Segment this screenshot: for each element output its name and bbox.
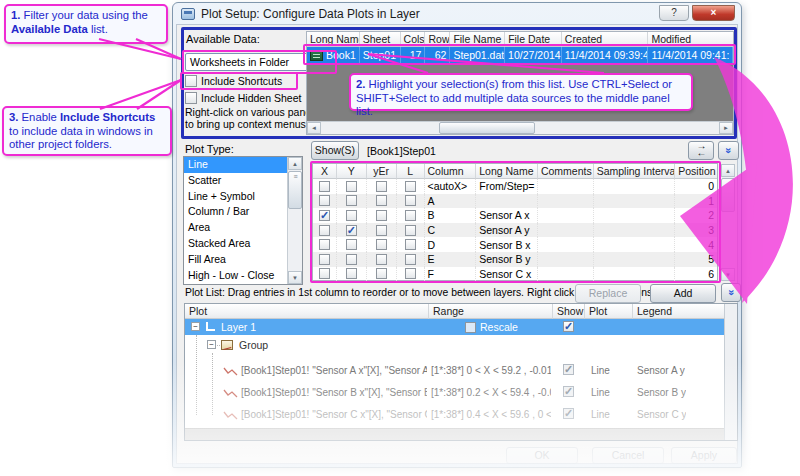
plot-type-item-scatter[interactable]: Scatter — [184, 173, 287, 189]
column-assignment-table[interactable]: X Y yEr L Column Long Name Comments Samp… — [312, 163, 718, 281]
y-checkbox[interactable] — [346, 225, 357, 236]
yer-checkbox[interactable] — [376, 254, 387, 265]
mid-row-e[interactable]: E Sensor B y 5 — [313, 252, 717, 267]
x-checkbox[interactable] — [319, 195, 330, 206]
col-header-cols[interactable]: Cols — [401, 32, 426, 47]
apply-button[interactable]: Apply — [671, 447, 737, 464]
scroll-thumb[interactable] — [439, 122, 535, 134]
yer-checkbox[interactable] — [376, 239, 387, 250]
middle-header-row[interactable]: X Y yEr L Column Long Name Comments Samp… — [313, 164, 717, 179]
include-shortcuts-row[interactable]: Include Shortcuts — [185, 75, 282, 87]
col-header-rows[interactable]: Rows — [425, 32, 450, 47]
y-checkbox[interactable] — [346, 210, 357, 221]
scroll-up-icon[interactable]: ▲ — [721, 164, 735, 177]
x-checkbox[interactable] — [319, 210, 330, 221]
plot-type-vscrollbar[interactable]: ▲ ≡ ▼ — [287, 157, 302, 284]
mid-row-c[interactable]: C Sensor A y 3 — [313, 223, 717, 238]
l-checkbox[interactable] — [405, 254, 416, 265]
col-header-comments[interactable]: Comments — [538, 164, 594, 179]
plot-show-checkbox[interactable] — [563, 364, 574, 375]
col-header-position[interactable]: Position — [675, 164, 717, 179]
rescale-control[interactable]: Rescale — [465, 321, 518, 333]
scroll-down-icon[interactable]: ▼ — [721, 268, 735, 281]
plot-row-sensor-b[interactable]: [Book1]Step01! "Sensor B x"[X], "Sensor … — [185, 382, 725, 404]
l-checkbox[interactable] — [405, 210, 416, 221]
col-header-show[interactable]: Show — [553, 304, 585, 319]
group-row[interactable]: − Group — [185, 337, 725, 353]
plot-show-checkbox[interactable] — [563, 386, 574, 397]
plot-type-item-line[interactable]: Line — [184, 157, 287, 173]
mid-row-a[interactable]: A 1 — [313, 194, 717, 209]
collapse-icon[interactable]: − — [191, 322, 200, 331]
col-header-legend[interactable]: Legend — [633, 304, 725, 319]
plot-row-sensor-c[interactable]: [Book1]Step01! "Sensor C x"[X], "Sensor … — [185, 404, 725, 426]
show-button[interactable]: Show(S) — [311, 141, 359, 160]
replace-button[interactable]: Replace — [575, 284, 641, 303]
x-checkbox[interactable] — [319, 239, 330, 250]
scroll-up-icon[interactable]: ▲ — [288, 157, 302, 170]
include-shortcuts-checkbox[interactable] — [185, 75, 197, 87]
layer-show-checkbox[interactable] — [563, 321, 574, 332]
book1-data-row[interactable]: Book1 Step01 17 62 Step01.dat 10/27/2014… — [307, 47, 733, 64]
x-checkbox[interactable] — [319, 268, 330, 279]
help-button[interactable]: ? — [659, 5, 689, 21]
yer-checkbox[interactable] — [376, 268, 387, 279]
plot-type-item-column-bar[interactable]: Column / Bar — [184, 204, 287, 220]
plot-type-item-high-low-close[interactable]: High - Low - Close — [184, 268, 287, 284]
scroll-thumb[interactable] — [721, 178, 735, 212]
mid-row-f[interactable]: F Sensor C x 6 — [313, 267, 717, 282]
plot-list-panel[interactable]: Plot Range Show Plot Type Legend − Layer… — [184, 303, 738, 441]
plot-list-hscrollbar[interactable] — [185, 428, 724, 440]
collapse-middle-button[interactable]: » — [718, 141, 739, 160]
col-header-plot-type[interactable]: Plot Type — [585, 304, 633, 319]
y-checkbox[interactable] — [346, 268, 357, 279]
col-header-column[interactable]: Column — [425, 164, 477, 179]
scroll-down-icon[interactable]: ▼ — [288, 271, 302, 284]
col-header-sheet[interactable]: Sheet — [360, 32, 401, 47]
l-checkbox[interactable] — [405, 268, 416, 279]
plot-type-item-stacked-area[interactable]: Stacked Area — [184, 236, 287, 252]
col-header-x[interactable]: X — [313, 164, 337, 179]
scroll-right-icon[interactable]: ► — [719, 122, 733, 134]
plot-type-item-line-symbol[interactable]: Line + Symbol — [184, 189, 287, 205]
x-checkbox[interactable] — [319, 225, 330, 236]
plot-type-item-area[interactable]: Area — [184, 220, 287, 236]
yer-checkbox[interactable] — [376, 195, 387, 206]
y-checkbox[interactable] — [346, 254, 357, 265]
plot-type-item-fill-area[interactable]: Fill Area — [184, 252, 287, 268]
include-hidden-row[interactable]: Include Hidden Sheet — [185, 92, 301, 104]
include-hidden-checkbox[interactable] — [185, 92, 197, 104]
l-checkbox[interactable] — [405, 225, 416, 236]
col-header-l[interactable]: L — [397, 164, 425, 179]
col-header-file-name[interactable]: File Name — [450, 32, 505, 47]
col-header-created[interactable]: Created — [562, 32, 649, 47]
scroll-thumb[interactable]: ≡ — [288, 171, 302, 209]
col-header-long-name[interactable]: Long Name — [476, 164, 538, 179]
x-checkbox[interactable] — [319, 254, 330, 265]
col-header-file-date[interactable]: File Date — [505, 32, 562, 47]
plot-row-sensor-a[interactable]: [Book1]Step01! "Sensor A x"[X], "Sensor … — [185, 360, 725, 382]
collapse-bottom-button[interactable]: » — [721, 283, 741, 302]
ok-button[interactable]: OK — [506, 447, 578, 464]
l-checkbox[interactable] — [405, 181, 416, 192]
col-header-sampling-interval[interactable]: Sampling Interval — [594, 164, 676, 179]
mid-row-d[interactable]: D Sensor B x 4 — [313, 237, 717, 252]
col-header-plot[interactable]: Plot — [185, 304, 429, 319]
middle-table-vscrollbar[interactable]: ▲ ▼ — [720, 164, 735, 281]
col-header-y[interactable]: Y — [337, 164, 367, 179]
l-checkbox[interactable] — [405, 195, 416, 206]
y-checkbox[interactable] — [346, 239, 357, 250]
title-bar[interactable]: Plot Setup: Configure Data Plots in Laye… — [173, 3, 741, 25]
add-button[interactable]: Add — [650, 284, 716, 303]
layer1-row[interactable]: − Layer 1 Rescale — [185, 319, 725, 335]
rescale-checkbox[interactable] — [465, 322, 476, 333]
mid-row-b[interactable]: B Sensor A x 2 — [313, 208, 717, 223]
top-table-hscrollbar[interactable]: ◄ ► — [307, 121, 733, 134]
cancel-button[interactable]: Cancel — [592, 447, 664, 464]
l-checkbox[interactable] — [405, 239, 416, 250]
available-data-header-row[interactable]: Long Name Sheet Cols Rows File Name File… — [307, 32, 733, 47]
close-button[interactable]: × — [692, 5, 735, 21]
plot-list-header-row[interactable]: Plot Range Show Plot Type Legend — [185, 304, 737, 319]
mid-row-autox[interactable]: <autoX> From/Step= 0 — [313, 179, 717, 194]
scroll-left-icon[interactable]: ◄ — [307, 122, 321, 134]
